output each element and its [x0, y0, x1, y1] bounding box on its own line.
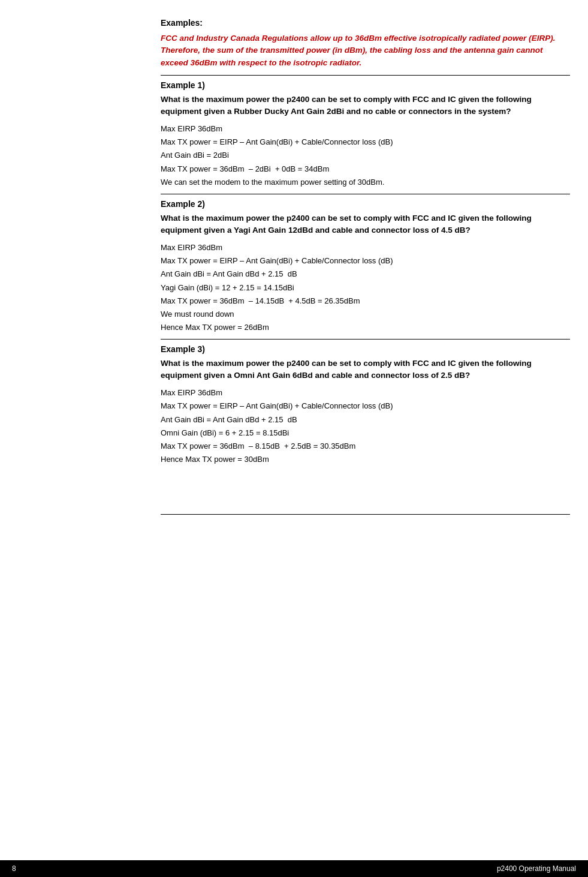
example3-heading: Example 3) [161, 344, 570, 354]
divider-1 [161, 75, 570, 76]
example3-line-5: Max TX power = 36dBm – 8.15dB + 2.5dB = … [161, 440, 570, 453]
example1-line-5: We can set the modem to the maximum powe… [161, 176, 570, 189]
footer-manual-title: p2400 Operating Manual [497, 864, 576, 873]
page: Examples: FCC and Industry Canada Regula… [0, 0, 588, 877]
content-area: Examples: FCC and Industry Canada Regula… [161, 12, 570, 515]
example1-heading: Example 1) [161, 80, 570, 90]
example2-line-2: Max TX power = EIRP – Ant Gain(dBi) + Ca… [161, 254, 570, 268]
example1-line-4: Max TX power = 36dBm – 2dBi + 0dB = 34dB… [161, 163, 570, 176]
example3-question: What is the maximum power the p2400 can … [161, 358, 570, 382]
example3-line-4: Omni Gain (dBi) = 6 + 2.15 = 8.15dBi [161, 427, 570, 440]
example3-line-2: Max TX power = EIRP – Ant Gain(dBi) + Ca… [161, 400, 570, 413]
example1-line-3: Ant Gain dBi = 2dBi [161, 149, 570, 162]
divider-2 [161, 194, 570, 194]
example2-line-6: We must round down [161, 308, 570, 321]
divider-4 [161, 514, 570, 515]
example2-line-4: Yagi Gain (dBi) = 12 + 2.15 = 14.15dBi [161, 281, 570, 295]
example3-line-6: Hence Max TX power = 30dBm [161, 453, 570, 466]
example2-line-1: Max EIRP 36dBm [161, 241, 570, 254]
eirp-span: EIRP [532, 34, 551, 43]
example2-line-7: Hence Max TX power = 26dBm [161, 321, 570, 334]
example3-line-1: Max EIRP 36dBm [161, 386, 570, 400]
example1-question: What is the maximum power the p2400 can … [161, 94, 570, 118]
example1-line-1: Max EIRP 36dBm [161, 122, 570, 136]
intro-text: FCC and Industry Canada Regulations allo… [161, 32, 570, 69]
example2-line-5: Max TX power = 36dBm – 14.15dB + 4.5dB =… [161, 295, 570, 308]
example2-body: Max EIRP 36dBm Max TX power = EIRP – Ant… [161, 241, 570, 334]
example2-line-3: Ant Gain dBi = Ant Gain dBd + 2.15 dB [161, 268, 570, 281]
example1-body: Max EIRP 36dBm Max TX power = EIRP – Ant… [161, 122, 570, 188]
example2-heading: Example 2) [161, 199, 570, 209]
example3-body: Max EIRP 36dBm Max TX power = EIRP – Ant… [161, 386, 570, 466]
divider-3 [161, 339, 570, 340]
examples-label: Examples: [161, 18, 570, 28]
footer-bar: 8 p2400 Operating Manual [0, 860, 588, 877]
example2-question: What is the maximum power the p2400 can … [161, 212, 570, 237]
example3-line-3: Ant Gain dBi = Ant Gain dBd + 2.15 dB [161, 413, 570, 427]
example1-line-2: Max TX power = EIRP – Ant Gain(dBi) + Ca… [161, 136, 570, 149]
footer-page-number: 8 [12, 864, 16, 873]
